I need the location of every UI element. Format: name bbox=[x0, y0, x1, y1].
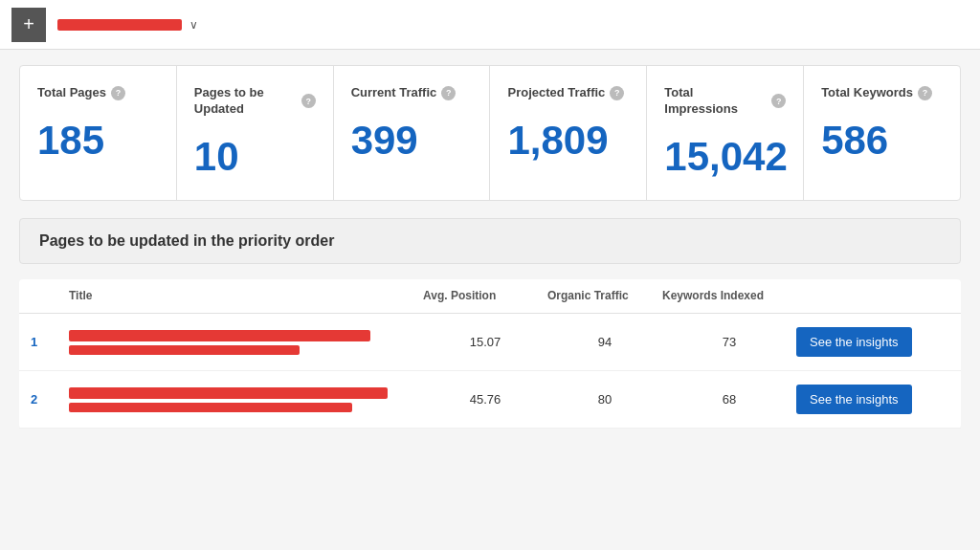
stat-label: Projected Traffic bbox=[507, 85, 605, 101]
row-title-block bbox=[69, 330, 423, 355]
stat-label: Pages to be Updated bbox=[194, 85, 297, 118]
stat-label-row: Pages to be Updated ? bbox=[194, 85, 316, 118]
stats-row: Total Pages ? 185 Pages to be Updated ? … bbox=[19, 65, 961, 201]
url-redacted bbox=[57, 19, 182, 31]
col-keywords-indexed: Keywords Indexed bbox=[662, 289, 796, 304]
table-row: 1 15.07 94 73 See the insights bbox=[19, 314, 961, 371]
stat-value: 399 bbox=[351, 121, 473, 161]
chevron-down-icon[interactable]: ∨ bbox=[189, 18, 198, 32]
stat-card-1: Pages to be Updated ? 10 bbox=[177, 66, 334, 200]
row-url-redacted bbox=[69, 345, 300, 355]
row-title-redacted bbox=[69, 387, 388, 399]
table-row: 2 45.76 80 68 See the insights bbox=[19, 371, 961, 429]
add-button[interactable]: + bbox=[11, 8, 46, 42]
stat-value: 1,809 bbox=[507, 121, 629, 161]
main-content: Total Pages ? 185 Pages to be Updated ? … bbox=[0, 50, 980, 444]
info-icon[interactable]: ? bbox=[301, 94, 316, 108]
pages-table: Title Avg. Position Organic Traffic Keyw… bbox=[19, 279, 961, 429]
stat-label-row: Projected Traffic ? bbox=[507, 85, 629, 101]
stat-label: Total Keywords bbox=[821, 85, 913, 101]
stat-card-0: Total Pages ? 185 bbox=[20, 66, 177, 200]
stat-label-row: Total Pages ? bbox=[37, 85, 159, 101]
row-organic-traffic: 80 bbox=[547, 392, 662, 407]
stat-value: 10 bbox=[194, 137, 316, 177]
section-title: Pages to be updated in the priority orde… bbox=[39, 232, 334, 249]
stat-card-4: Total Impressions ? 15,042 bbox=[647, 66, 804, 200]
stat-value: 185 bbox=[37, 121, 159, 161]
row-number: 2 bbox=[31, 392, 69, 407]
stat-value: 586 bbox=[821, 121, 943, 161]
row-avg-position: 15.07 bbox=[423, 335, 547, 349]
row-keywords-indexed: 68 bbox=[662, 392, 796, 407]
stat-label: Total Pages bbox=[37, 85, 106, 101]
row-title-redacted bbox=[69, 330, 370, 341]
info-icon[interactable]: ? bbox=[610, 86, 624, 100]
table-header: Title Avg. Position Organic Traffic Keyw… bbox=[19, 279, 961, 315]
stat-label-row: Total Keywords ? bbox=[821, 85, 943, 101]
info-icon[interactable]: ? bbox=[918, 86, 932, 100]
row-keywords-indexed: 73 bbox=[662, 335, 796, 349]
row-organic-traffic: 94 bbox=[547, 335, 662, 349]
stat-label: Current Traffic bbox=[351, 85, 437, 101]
col-avg-position: Avg. Position bbox=[423, 289, 547, 304]
stat-card-5: Total Keywords ? 586 bbox=[804, 66, 960, 200]
see-insights-button[interactable]: See the insights bbox=[796, 327, 912, 357]
stat-value: 15,042 bbox=[664, 137, 786, 177]
info-icon[interactable]: ? bbox=[111, 86, 125, 100]
stat-label-row: Total Impressions ? bbox=[664, 85, 786, 118]
stat-label: Total Impressions bbox=[664, 85, 767, 118]
url-area: ∨ bbox=[57, 18, 969, 32]
see-insights-button[interactable]: See the insights bbox=[796, 385, 912, 414]
row-avg-position: 45.76 bbox=[423, 392, 547, 407]
section-header: Pages to be updated in the priority orde… bbox=[19, 218, 961, 264]
row-action: See the insights bbox=[796, 385, 949, 414]
row-url-redacted bbox=[69, 403, 352, 412]
col-title: Title bbox=[69, 289, 423, 304]
table-body: 1 15.07 94 73 See the insights 2 45.76 8… bbox=[19, 314, 961, 429]
stat-card-3: Projected Traffic ? 1,809 bbox=[490, 66, 647, 200]
row-title-block bbox=[69, 387, 423, 412]
app-header: + ∨ bbox=[0, 0, 980, 50]
row-number: 1 bbox=[31, 335, 69, 349]
stat-card-2: Current Traffic ? 399 bbox=[334, 66, 491, 200]
stat-label-row: Current Traffic ? bbox=[351, 85, 473, 101]
col-organic-traffic: Organic Traffic bbox=[547, 289, 662, 304]
info-icon[interactable]: ? bbox=[771, 94, 786, 108]
info-icon[interactable]: ? bbox=[441, 86, 456, 100]
row-action: See the insights bbox=[796, 327, 949, 357]
